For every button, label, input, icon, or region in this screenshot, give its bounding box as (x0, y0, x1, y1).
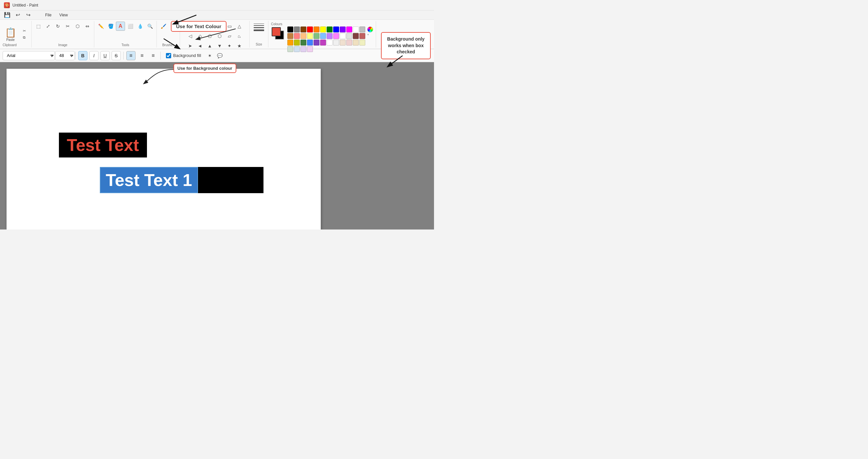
palette-w4[interactable] (360, 33, 365, 39)
palette-ltred[interactable] (294, 33, 300, 39)
palette-orange[interactable] (314, 27, 319, 32)
pencil-btn[interactable]: ✏️ (96, 22, 105, 31)
text-btn[interactable]: A (116, 22, 125, 31)
redo-btn[interactable]: ↪ (24, 10, 33, 20)
arrow-l-btn[interactable]: ◄ (195, 41, 205, 51)
size-line-3[interactable] (254, 27, 264, 28)
flip-btn[interactable]: ⇔ (83, 22, 92, 31)
eraser-btn[interactable]: ⬜ (126, 22, 135, 31)
color1-indicator[interactable] (272, 27, 281, 36)
palette-w2[interactable] (346, 33, 352, 39)
palette-w8[interactable] (307, 40, 313, 45)
palette-black[interactable] (287, 27, 293, 32)
arrow-d-btn[interactable]: ▼ (215, 41, 224, 51)
palette-tan[interactable] (287, 33, 293, 39)
underline-btn[interactable]: U (100, 51, 110, 60)
triangle-btn[interactable]: △ (235, 22, 244, 31)
hex-btn[interactable]: ⬡ (215, 31, 224, 40)
image-group: ⬚ ⤢ ↻ ✂ ⬡ ⇔ Image (32, 21, 94, 48)
4point-btn[interactable]: ✦ (225, 41, 234, 51)
arrow-r-btn[interactable]: ➤ (186, 41, 195, 51)
palette-white[interactable] (353, 27, 359, 32)
menu-file[interactable]: File (42, 12, 55, 18)
palette-r4[interactable] (346, 40, 352, 45)
palette-gray1[interactable] (294, 27, 300, 32)
palette-r6[interactable] (360, 40, 365, 45)
color-pick-btn[interactable]: 💧 (135, 22, 145, 31)
arrow-u-btn[interactable]: ▲ (205, 41, 214, 51)
rotate-btn[interactable]: ↻ (53, 22, 63, 31)
palette-brown1[interactable] (301, 27, 306, 32)
font-size-select[interactable]: 48 (55, 51, 74, 60)
bold-btn[interactable]: B (78, 51, 87, 60)
zoom-btn[interactable]: 🔍 (145, 22, 154, 31)
select-rect-btn[interactable]: ⬚ (34, 22, 43, 31)
italic-btn[interactable]: I (89, 51, 98, 60)
palette-ltpurple[interactable] (327, 33, 333, 39)
palette-r10[interactable] (307, 46, 313, 52)
colors-container: + (271, 27, 373, 52)
palette-w6[interactable] (294, 40, 300, 45)
size-line-2[interactable] (254, 25, 264, 26)
fill-btn[interactable]: 🪣 (106, 22, 115, 31)
palette-blue[interactable] (333, 27, 339, 32)
palette-r9[interactable] (301, 46, 306, 52)
size-group: Size (250, 21, 269, 48)
palette-yellow[interactable] (320, 27, 326, 32)
diamond-btn[interactable]: ◇ (195, 31, 205, 40)
custom-color-btn[interactable] (367, 27, 373, 32)
align-left-btn[interactable]: ≡ (126, 51, 135, 60)
palette-r1[interactable] (327, 40, 333, 45)
palette-r5[interactable] (353, 40, 359, 45)
palette-ltgreen[interactable] (314, 33, 319, 39)
cut-btn[interactable]: ✂ (20, 28, 29, 34)
palette-purple[interactable] (340, 27, 346, 32)
palette-ltblue[interactable] (320, 33, 326, 39)
palette-w9[interactable] (314, 40, 319, 45)
bg-fill-checkbox[interactable] (166, 53, 171, 58)
align-right-btn[interactable]: ≡ (149, 51, 158, 60)
palette-ltmagenta[interactable] (333, 33, 339, 39)
palette-w7[interactable] (301, 40, 306, 45)
undo-btn[interactable]: ↩ (13, 10, 22, 20)
select-free-btn[interactable]: ⬡ (73, 22, 82, 31)
quick-save-btn[interactable]: 💾 (3, 10, 12, 20)
palette-r8[interactable] (294, 46, 300, 52)
pentagon-btn[interactable]: ⬠ (205, 31, 214, 40)
5point-btn[interactable]: ★ (235, 41, 244, 51)
callout-btn[interactable]: 💬 (215, 51, 224, 60)
palette-magenta[interactable] (346, 27, 352, 32)
palette-green[interactable] (327, 27, 333, 32)
canvas-text-2: Test Text 1 (106, 171, 192, 189)
clipboard-label: Clipboard (3, 43, 17, 47)
palette-w10[interactable] (320, 40, 326, 45)
trap-btn[interactable]: ⏢ (235, 31, 244, 40)
canvas-area[interactable]: Test Text Test Text 1 (0, 62, 434, 230)
palette-ltyellow[interactable] (307, 33, 313, 39)
6point-btn[interactable]: ✶ (205, 51, 214, 60)
crop-btn[interactable]: ✂ (63, 22, 72, 31)
palette-r2[interactable] (333, 40, 339, 45)
size-line-4[interactable] (254, 29, 264, 31)
palette-w1[interactable] (340, 33, 346, 39)
brush-btn[interactable]: 🖌️ (159, 22, 168, 31)
copy-btn[interactable]: ⧉ (20, 35, 29, 40)
para-btn[interactable]: ▱ (225, 31, 234, 40)
size-line-1[interactable] (254, 24, 264, 24)
resize-btn[interactable]: ⤢ (43, 22, 53, 31)
palette-peach[interactable] (301, 33, 306, 39)
strikethrough-btn[interactable]: S (112, 51, 121, 60)
font-select[interactable]: Arial (3, 51, 55, 60)
menu-view[interactable]: View (56, 12, 71, 18)
palette-w3[interactable] (353, 33, 359, 39)
palette-w5[interactable] (287, 40, 293, 45)
paste-btn[interactable]: 📋 Paste (3, 25, 18, 44)
annotation-use-text: Use for Text Colour (171, 21, 226, 32)
rtriangle-btn[interactable]: ◁ (186, 31, 195, 40)
palette-red[interactable] (307, 27, 313, 32)
palette-r3[interactable] (340, 40, 346, 45)
align-center-btn[interactable]: ≡ (137, 51, 147, 60)
paint-canvas[interactable]: Test Text Test Text 1 (6, 69, 321, 230)
palette-r7[interactable] (287, 46, 293, 52)
palette-ltgray[interactable] (360, 27, 365, 32)
